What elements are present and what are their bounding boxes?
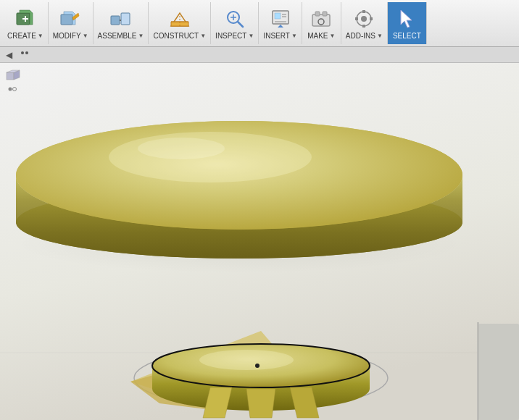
back-icon[interactable]: ◀ [3,49,14,61]
assemble-icon [109,7,132,30]
make-button[interactable]: MAKE ▼ [302,2,341,44]
svg-line-14 [238,22,243,27]
svg-rect-32 [370,17,373,20]
select-label: SELECT [393,32,421,40]
inspect-button[interactable]: INSPECT ▼ [211,2,259,44]
orientation-dots [7,86,17,99]
svg-point-43 [109,132,312,182]
sub-toolbar: ◀ [0,47,519,63]
svg-point-28 [361,16,367,22]
create-label: CREATE ▼ [7,32,43,40]
select-icon [395,7,418,30]
addins-icon [352,7,375,30]
insert-label: INSERT ▼ [263,32,296,40]
modify-button[interactable]: MODIFY ▼ [49,2,94,44]
svg-rect-6 [111,16,120,25]
construct-icon [168,7,191,30]
svg-point-34 [21,51,24,54]
svg-marker-22 [278,25,283,28]
make-label: MAKE ▼ [307,32,335,40]
construct-label: CONSTRUCT ▼ [153,32,206,40]
insert-icon [269,7,292,30]
svg-rect-4 [61,14,72,25]
addins-button[interactable]: ADD-INS ▼ [341,2,388,44]
svg-rect-25 [323,12,327,16]
svg-rect-29 [362,10,365,13]
create-icon [14,7,37,30]
inspect-icon [223,7,246,30]
addins-label: ADD-INS ▼ [346,32,383,40]
insert-button[interactable]: INSERT ▼ [259,2,302,44]
assemble-label: ASSEMBLE ▼ [98,32,144,40]
svg-rect-55 [478,324,519,420]
scene-svg [0,63,519,420]
construct-button[interactable]: CONSTRUCT ▼ [149,2,211,44]
svg-rect-7 [121,13,130,25]
viewport[interactable] [0,63,519,420]
svg-point-60 [9,88,12,91]
svg-rect-24 [315,12,320,16]
create-button[interactable]: CREATE ▼ [3,2,49,44]
grid-icon[interactable] [19,49,30,61]
svg-rect-31 [355,17,358,20]
svg-point-49 [199,350,294,370]
make-icon [310,7,333,30]
view-cube-indicator [6,69,20,83]
modify-label: MODIFY ▼ [53,32,88,40]
inspect-label: INSPECT ▼ [215,32,254,40]
svg-point-44 [138,138,225,159]
svg-point-35 [25,51,28,54]
svg-marker-54 [246,389,275,418]
assemble-button[interactable]: ASSEMBLE ▼ [94,2,149,44]
select-button[interactable]: SELECT [388,2,427,44]
svg-point-51 [255,364,260,368]
modify-icon [59,7,82,30]
svg-point-61 [13,88,17,91]
main-toolbar: CREATE ▼ MODIFY ▼ ASSEMBLE ▼ [0,0,519,47]
svg-rect-56 [477,322,479,420]
svg-rect-57 [7,72,14,80]
svg-marker-33 [401,10,412,28]
svg-rect-30 [362,25,365,28]
svg-rect-18 [275,13,281,19]
